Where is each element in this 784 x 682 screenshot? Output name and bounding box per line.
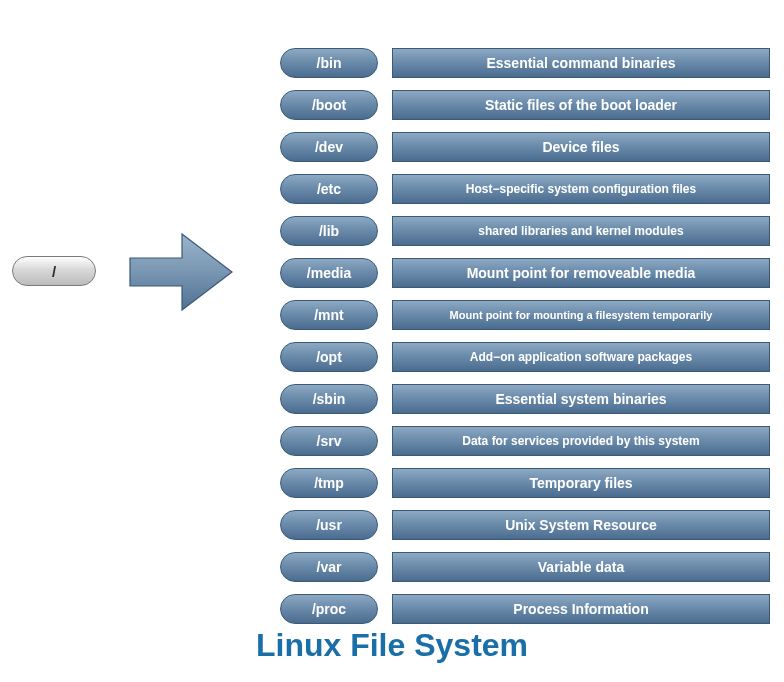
directory-description: Mount point for removeable media [392,258,770,288]
directory-row: /mediaMount point for removeable media [280,258,770,288]
directory-pill: /tmp [280,468,378,498]
directory-pill: /etc [280,174,378,204]
directory-name: /lib [319,223,339,239]
directory-description: Essential command binaries [392,48,770,78]
directory-description: Unix System Resource [392,510,770,540]
linux-fs-diagram: / /binEssential command binaries/bootSta… [0,0,784,682]
directory-pill: /dev [280,132,378,162]
arrow-icon [126,230,236,314]
directory-name: /proc [312,601,346,617]
directory-pill: /mnt [280,300,378,330]
directory-name: /usr [316,517,342,533]
directory-rows: /binEssential command binaries/bootStati… [280,48,770,636]
directory-pill: /srv [280,426,378,456]
directory-row: /optAdd−on application software packages [280,342,770,372]
svg-marker-0 [130,234,232,310]
root-label: / [52,263,56,280]
description-text: Variable data [538,559,624,575]
description-text: Temporary files [529,475,632,491]
description-text: Host−specific system configuration files [466,182,696,196]
directory-pill: /media [280,258,378,288]
description-text: Unix System Resource [505,517,657,533]
directory-name: /dev [315,139,343,155]
directory-row: /varVariable data [280,552,770,582]
description-text: Add−on application software packages [470,350,692,364]
root-directory-pill: / [12,256,96,286]
directory-description: Essential system binaries [392,384,770,414]
description-text: Device files [542,139,619,155]
directory-pill: /usr [280,510,378,540]
directory-row: /procProcess Information [280,594,770,624]
directory-name: /srv [317,433,342,449]
description-text: Static files of the boot loader [485,97,677,113]
directory-description: Data for services provided by this syste… [392,426,770,456]
directory-name: /var [317,559,342,575]
directory-description: Static files of the boot loader [392,90,770,120]
description-text: Essential system binaries [495,391,666,407]
directory-row: /sbinEssential system binaries [280,384,770,414]
directory-description: Mount point for mounting a filesystem te… [392,300,770,330]
directory-description: Device files [392,132,770,162]
directory-description: Host−specific system configuration files [392,174,770,204]
description-text: Essential command binaries [486,55,675,71]
directory-name: /bin [317,55,342,71]
diagram-title: Linux File System [0,627,784,664]
directory-pill: /lib [280,216,378,246]
directory-pill: /sbin [280,384,378,414]
description-text: Mount point for mounting a filesystem te… [450,309,713,321]
description-text: Process Information [513,601,648,617]
directory-name: /tmp [314,475,344,491]
directory-pill: /boot [280,90,378,120]
directory-row: /tmpTemporary files [280,468,770,498]
directory-row: /devDevice files [280,132,770,162]
directory-pill: /var [280,552,378,582]
directory-description: Add−on application software packages [392,342,770,372]
directory-name: /mnt [314,307,344,323]
directory-description: shared libraries and kernel modules [392,216,770,246]
directory-row: /libshared libraries and kernel modules [280,216,770,246]
directory-row: /srvData for services provided by this s… [280,426,770,456]
directory-description: Process Information [392,594,770,624]
directory-pill: /opt [280,342,378,372]
directory-row: /etcHost−specific system configuration f… [280,174,770,204]
directory-row: /bootStatic files of the boot loader [280,90,770,120]
description-text: Data for services provided by this syste… [462,434,699,448]
description-text: Mount point for removeable media [467,265,696,281]
directory-name: /boot [312,97,346,113]
directory-name: /opt [316,349,342,365]
directory-pill: /bin [280,48,378,78]
description-text: shared libraries and kernel modules [478,224,683,238]
directory-name: /media [307,265,351,281]
directory-row: /binEssential command binaries [280,48,770,78]
directory-row: /mntMount point for mounting a filesyste… [280,300,770,330]
directory-name: /sbin [313,391,346,407]
directory-description: Temporary files [392,468,770,498]
directory-name: /etc [317,181,341,197]
directory-row: /usrUnix System Resource [280,510,770,540]
directory-description: Variable data [392,552,770,582]
directory-pill: /proc [280,594,378,624]
